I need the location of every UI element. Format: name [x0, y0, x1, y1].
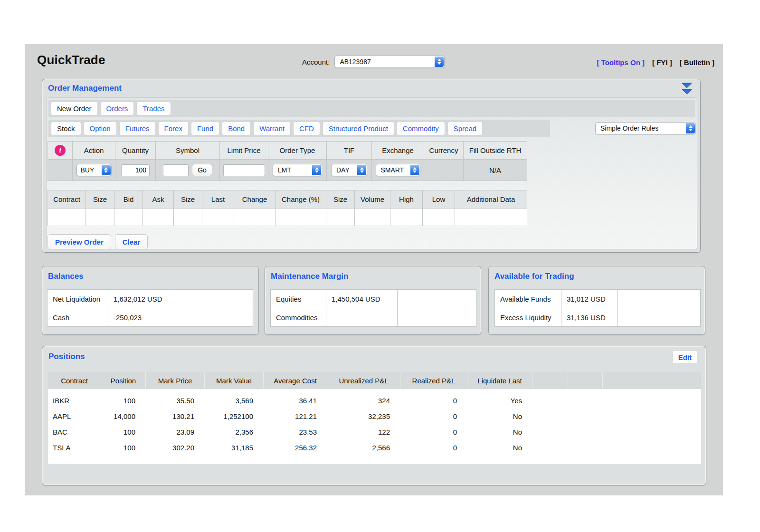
exchange-select-value: SMART [381, 166, 404, 174]
account-select-value: AB123987 [340, 58, 370, 66]
fyi-link[interactable]: [ FYI ] [652, 58, 672, 66]
col-unrealized-pl: Unrealized P&L [327, 372, 400, 389]
col-change-pct: Change (%) [276, 190, 326, 209]
positions-title: Positions [48, 352, 85, 361]
col-size-ask: Size [174, 190, 202, 209]
tab-bond[interactable]: Bond [222, 122, 251, 135]
fill-outside-rth-cell: N/A [464, 160, 527, 181]
col-size-last: Size [326, 190, 355, 209]
balances-title: Balances [48, 272, 84, 281]
tab-spread[interactable]: Spread [447, 122, 483, 135]
order-tabs-strip: New Order Orders Trades [48, 100, 695, 117]
col-mark-value: Mark Value [205, 372, 264, 389]
top-links: [ Tooltips On ] [ FYI ] [ Bulletin ] [597, 58, 714, 66]
col-contract: Contract [48, 372, 101, 389]
tab-new-order[interactable]: New Order [51, 102, 98, 115]
table-row[interactable]: AAPL 14,000 130.21 1,252100 121.21 32,23… [48, 408, 701, 424]
tab-warrant[interactable]: Warrant [253, 122, 291, 135]
app-window: QuickTrade Account: AB123987 [ Tooltips … [25, 44, 723, 495]
balances-table: Net Liquidation Cash 1,632,012 USD -250,… [47, 289, 253, 327]
exchange-select[interactable]: SMART [376, 164, 420, 176]
symbol-input[interactable] [163, 164, 189, 176]
available-for-trading-panel: Available for Trading Available Funds Ex… [488, 266, 705, 335]
edit-positions-button[interactable]: Edit [673, 351, 697, 364]
quantity-cell [115, 160, 156, 181]
col-low: Low [423, 190, 455, 209]
table-row[interactable]: BAC 100 23.09 2,356 23.53 122 0 No [48, 424, 701, 440]
tab-fund[interactable]: Fund [191, 122, 219, 135]
available-label: Available Funds [495, 290, 561, 308]
preview-order-button[interactable]: Preview Order [48, 234, 111, 249]
available-for-trading-table: Available Funds Excess Liquidity 31,012 … [494, 289, 701, 327]
col-average-cost: Average Cost [264, 372, 327, 389]
action-select-value: BUY [81, 166, 95, 174]
order-rules-select-value: Simple Order Rules [600, 124, 658, 132]
tab-trades[interactable]: Trades [136, 102, 171, 115]
col-liquidate-last: Liquidate Last [467, 372, 532, 389]
table-row[interactable]: TSLA 100 302.20 31,185 256.32 2,566 0 No [48, 440, 701, 456]
col-empty [603, 372, 701, 389]
col-empty [532, 372, 568, 389]
maintenance-margin-title: Maintenance Margin [271, 272, 348, 281]
tab-cfd[interactable]: CFD [293, 122, 320, 135]
col-symbol: Symbol [156, 142, 220, 160]
tif-select[interactable]: DAY [331, 164, 367, 176]
margin-value: 1,450,504 USD [326, 290, 398, 308]
tab-orders[interactable]: Orders [100, 102, 134, 115]
order-rules-select[interactable]: Simple Order Rules [595, 122, 696, 134]
available-value: 31,012 USD [561, 290, 618, 308]
margin-value [326, 308, 398, 327]
collapse-panel-icon[interactable] [681, 82, 693, 95]
tif-select-value: DAY [336, 166, 350, 174]
account-select[interactable]: AB123987 [334, 56, 445, 68]
tab-structured-product[interactable]: Structured Product [323, 122, 394, 135]
balances-label: Net Liquidation [48, 290, 108, 308]
tooltips-toggle-link[interactable]: [ Tooltips On ] [597, 58, 645, 66]
table-row[interactable]: IBKR 100 35.50 3,569 36.41 324 0 Yes [48, 393, 701, 408]
col-currency: Currency [424, 142, 464, 160]
quantity-input[interactable] [121, 164, 150, 176]
account-section: Account: AB123987 [302, 56, 445, 68]
market-data-empty-row [48, 209, 527, 226]
col-last: Last [202, 190, 234, 209]
tab-forex[interactable]: Forex [158, 122, 189, 135]
tab-futures[interactable]: Futures [119, 122, 156, 135]
market-data-table: Contract Size Bid Ask Size Last Change C… [48, 190, 527, 226]
order-type-select[interactable]: LMT [273, 164, 322, 176]
col-change: Change [234, 190, 276, 209]
select-stepper-icon [102, 165, 111, 175]
select-stepper-icon [435, 57, 444, 67]
col-contract: Contract [48, 190, 86, 209]
info-icon[interactable]: i [55, 145, 66, 156]
order-management-title: Order Management [48, 84, 122, 93]
col-fill-outside-rth: Fill Outside RTH [464, 142, 527, 160]
col-order-type: Order Type [268, 142, 327, 160]
col-action: Action [73, 142, 115, 160]
action-cell: BUY [73, 160, 115, 181]
tab-option[interactable]: Option [84, 122, 117, 135]
maintenance-margin-panel: Maintenance Margin Equities Commodities … [265, 266, 481, 335]
positions-table: Contract Position Mark Price Mark Value … [48, 372, 701, 464]
bulletin-link[interactable]: [ Bulletin ] [680, 58, 714, 66]
go-button[interactable]: Go [192, 164, 212, 176]
tif-cell: DAY [327, 160, 372, 181]
available-value: 31,136 USD [561, 308, 618, 327]
limit-price-input[interactable] [223, 164, 265, 176]
positions-body: IBKR 100 35.50 3,569 36.41 324 0 Yes AAP… [48, 389, 701, 464]
col-limit-price: Limit Price [220, 142, 268, 160]
limit-price-cell [220, 160, 268, 181]
select-stepper-icon [410, 165, 419, 175]
margin-label: Equities [271, 290, 326, 308]
col-ask: Ask [143, 190, 174, 209]
action-select[interactable]: BUY [76, 164, 112, 176]
col-additional-data: Additional Data [455, 190, 527, 209]
select-stepper-icon [312, 165, 321, 175]
tab-commodity[interactable]: Commodity [397, 122, 445, 135]
tab-stock[interactable]: Stock [51, 122, 81, 135]
col-quantity: Quantity [115, 142, 156, 160]
col-bid: Bid [114, 190, 143, 209]
order-entry-header-row: i Action Quantity Symbol Limit Price Ord… [48, 142, 527, 160]
balances-value: -250,023 [108, 308, 253, 327]
order-management-body: New Order Orders Trades Stock Option Fut… [46, 97, 697, 249]
clear-button[interactable]: Clear [115, 234, 148, 249]
